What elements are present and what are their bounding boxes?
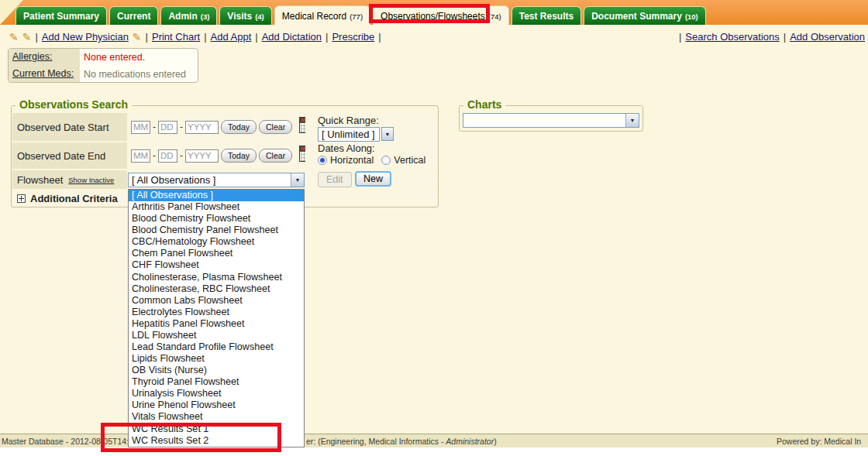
- current-meds-value: No medications entered: [80, 69, 190, 80]
- dropdown-item-wc-results-set-2[interactable]: WC Results Set 2: [129, 435, 304, 447]
- quick-range-arrow-button[interactable]: ▼: [381, 127, 394, 141]
- dropdown-item[interactable]: CBC/Hematology Flowsheet: [129, 236, 304, 248]
- edit-note-icon[interactable]: ✎: [22, 32, 32, 43]
- add-appt-link[interactable]: Add Appt: [211, 31, 252, 43]
- add-new-physician-link[interactable]: Add New Physician: [42, 31, 129, 43]
- chevron-down-icon: ▼: [295, 177, 301, 183]
- date-end-dd-input[interactable]: [158, 149, 177, 163]
- tab-label: Document Summary: [591, 11, 682, 22]
- edit-chart-icon[interactable]: ✎: [9, 32, 19, 43]
- search-observations-link[interactable]: Search Observations: [685, 31, 779, 43]
- tab-document-summary[interactable]: Document Summary (10): [584, 6, 706, 25]
- dropdown-item[interactable]: Urinalysis Flowsheet: [129, 388, 304, 399]
- dropdown-item[interactable]: Blood Chemistry Flowsheet: [129, 213, 304, 225]
- date-start-yyyy-input[interactable]: [185, 121, 219, 134]
- tab-label: Medical Record: [282, 11, 346, 22]
- charts-select-arrow[interactable]: ▼: [625, 114, 639, 127]
- tab-medical-record[interactable]: Medical Record (77): [274, 5, 370, 25]
- dropdown-item[interactable]: Chem Panel Flowsheet: [129, 248, 304, 259]
- tab-label: Test Results: [519, 11, 574, 22]
- date-dash: -: [153, 122, 156, 132]
- flowsheet-select-value: [ All Observations ]: [129, 174, 291, 186]
- date-end-clear-button[interactable]: Clear: [259, 149, 292, 163]
- quick-range-select[interactable]: [ Unlimited ]: [318, 127, 380, 142]
- date-end-today-button[interactable]: Today: [221, 149, 257, 163]
- dropdown-item[interactable]: [ All Observations ]: [129, 190, 304, 201]
- date-end-yyyy-input[interactable]: [185, 149, 219, 163]
- print-chart-link[interactable]: Print Chart: [152, 31, 200, 43]
- tab-visits[interactable]: Visits (4): [219, 6, 271, 25]
- date-start-clear-button[interactable]: Clear: [259, 120, 292, 134]
- edit-physician-icon[interactable]: ✎: [133, 32, 142, 43]
- allergies-label-cell: Allergies:: [9, 49, 80, 66]
- dropdown-item[interactable]: Lipids Flowsheet: [129, 353, 304, 365]
- tab-observations-flowsheets[interactable]: Observations/Flowsheets (74): [373, 5, 509, 25]
- prescribe-link[interactable]: Prescribe: [332, 31, 374, 43]
- action-toolbar: ✎ ✎ | Add New Physician ✎ | Print Chart …: [0, 31, 868, 46]
- vertical-radio-label: Vertical: [394, 155, 425, 166]
- dropdown-item[interactable]: Vitals Flowsheet: [129, 411, 304, 423]
- dropdown-item[interactable]: Cholinesterase, Plasma Flowsheet: [129, 272, 304, 283]
- date-dash: -: [180, 122, 183, 132]
- date-start-mm-input[interactable]: [131, 121, 150, 134]
- dropdown-item[interactable]: Electrolytes Flowsheet: [129, 307, 304, 318]
- add-dictation-link[interactable]: Add Dictation: [262, 31, 322, 43]
- tab-count: (77): [350, 12, 363, 21]
- status-user-role: Administrator: [446, 437, 494, 446]
- dropdown-item[interactable]: LDL Flowsheet: [129, 330, 304, 341]
- edit-flowsheet-button[interactable]: Edit: [318, 172, 352, 187]
- dropdown-item[interactable]: Thyroid Panel Flowsheet: [129, 376, 304, 388]
- dropdown-item[interactable]: Common Labs Flowsheet: [129, 295, 304, 307]
- dropdown-item[interactable]: Cholinesterase, RBC Flowsheet: [129, 283, 304, 295]
- status-user-text: er: (Engineering, Medical Informatics - …: [306, 437, 497, 446]
- status-user-suffix: ): [494, 437, 497, 446]
- new-flowsheet-button[interactable]: New: [355, 171, 391, 187]
- tab-current[interactable]: Current: [109, 6, 158, 25]
- date-dash: -: [180, 150, 183, 161]
- observed-date-end-label: Observed Date End: [12, 142, 127, 169]
- date-end-inputs: - - Today Clear: [129, 142, 313, 169]
- expand-plus-icon: [17, 194, 26, 203]
- flowsheet-label: Flowsheet: [17, 174, 63, 186]
- flowsheet-select[interactable]: [ All Observations ] ▼: [128, 173, 305, 187]
- allergies-value: None entered.: [80, 52, 149, 63]
- tab-label: Admin: [168, 11, 197, 22]
- show-inactive-link[interactable]: Show Inactive: [68, 176, 114, 184]
- dropdown-item[interactable]: OB Visits (Nurse): [129, 365, 304, 376]
- allergies-link[interactable]: Allergies:: [12, 51, 52, 62]
- charts-title: Charts: [463, 98, 505, 111]
- dropdown-item[interactable]: Lead Standard Profile Flowsheet: [129, 341, 304, 353]
- tab-label: Patient Summary: [23, 11, 99, 22]
- separator: |: [255, 31, 257, 43]
- tab-patient-summary[interactable]: Patient Summary: [16, 6, 107, 25]
- dates-along-label: Dates Along:: [318, 142, 375, 154]
- tab-admin[interactable]: Admin (3): [160, 6, 217, 25]
- flowsheet-select-arrow[interactable]: ▼: [291, 173, 304, 187]
- date-end-mm-input[interactable]: [131, 149, 150, 163]
- dropdown-item-wc-results-set-1[interactable]: WC Results Set 1: [129, 423, 304, 435]
- dropdown-item[interactable]: Arthritis Panel Flowsheet: [129, 201, 304, 213]
- status-powered-by-text: Powered by: Medical In: [777, 437, 861, 446]
- horizontal-radio-label: Horizontal: [330, 155, 374, 166]
- current-meds-link[interactable]: Current Meds:: [12, 68, 74, 79]
- tab-test-results[interactable]: Test Results: [512, 6, 581, 25]
- app-window: Patient Summary Current Admin (3) Visits…: [0, 0, 868, 456]
- dropdown-item[interactable]: Urine Phenol Flowsheet: [129, 399, 304, 411]
- toolbar-right: | Search Observations | Add Observation: [679, 31, 865, 43]
- chevron-down-icon: ▼: [630, 118, 636, 123]
- dropdown-item[interactable]: CHF Flowsheet: [129, 259, 304, 271]
- dropdown-item[interactable]: Hepatitis Panel Flowsheet: [129, 318, 304, 330]
- horizontal-radio[interactable]: [318, 156, 327, 165]
- separator: |: [146, 31, 148, 43]
- vertical-radio[interactable]: [381, 156, 391, 165]
- date-start-today-button[interactable]: Today: [221, 120, 257, 134]
- charts-select[interactable]: ▼: [463, 113, 639, 128]
- separator: |: [784, 31, 786, 43]
- dropdown-item[interactable]: Blood Chemistry Panel Flowsheet: [129, 225, 304, 236]
- status-database-text: Master Database - 2012-08-05T14:25:: [2, 437, 140, 446]
- tab-count: (3): [201, 12, 210, 21]
- date-start-dd-input[interactable]: [158, 121, 177, 134]
- add-observation-link[interactable]: Add Observation: [790, 31, 865, 43]
- additional-criteria-label: Additional Criteria: [30, 193, 118, 204]
- separator: |: [679, 31, 681, 43]
